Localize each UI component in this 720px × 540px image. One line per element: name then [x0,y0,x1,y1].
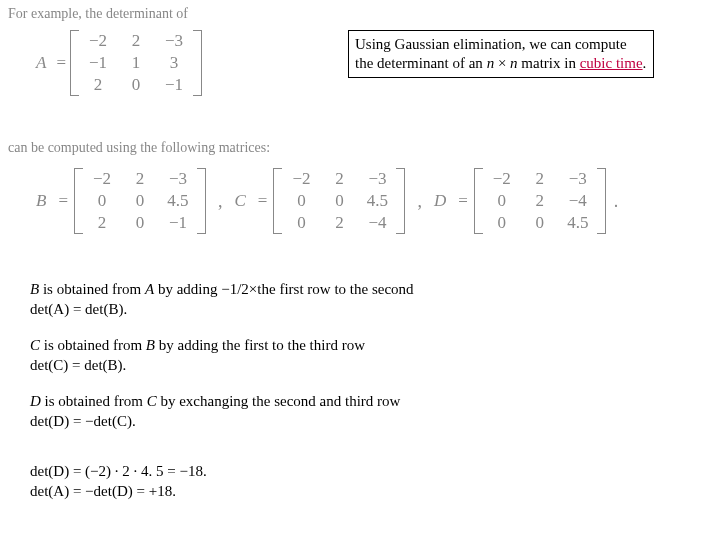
explain-D: D is obtained from C by exchanging the s… [30,392,590,431]
note-box: Using Gaussian elimination, we can compu… [348,30,654,78]
explain-B: B is obtained from A by adding −1/2×the … [30,280,590,319]
explain-C: C is obtained from B by adding the first… [30,336,590,375]
sub-intro-text: can be computed using the following matr… [8,140,270,156]
matrix-A-block: A = −22−3 −113 20−1 [36,30,202,96]
matrix-C-name: C [234,191,245,211]
matrices-BCD-row: B = −22−3 004.5 20−1 , C = −22−3 004.5 0… [36,168,618,234]
explain-final: det(D) = (−2) · 2 · 4. 5 = −18. det(A) =… [30,462,590,501]
matrix-D: −22−3 02−4 004.5 [474,168,606,234]
matrix-C: −22−3 004.5 02−4 [273,168,405,234]
intro-text: For example, the determinant of [8,6,188,22]
matrix-B-name: B [36,191,46,211]
matrix-B: −22−3 004.5 20−1 [74,168,206,234]
matrix-A-name: A [36,53,46,73]
cubic-time-link: cubic time [580,55,643,71]
matrix-D-name: D [434,191,446,211]
matrix-A: −22−3 −113 20−1 [70,30,202,96]
equals-sign: = [56,53,66,73]
